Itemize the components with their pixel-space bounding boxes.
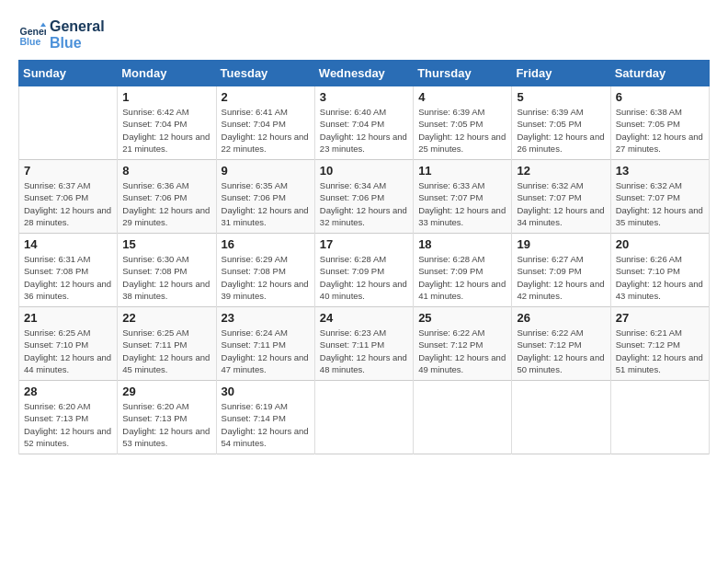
day-cell: 18Sunrise: 6:28 AMSunset: 7:09 PMDayligh… — [414, 234, 512, 307]
header-day-sunday: Sunday — [19, 61, 118, 86]
day-info: Sunrise: 6:36 AMSunset: 7:06 PMDaylight:… — [122, 179, 210, 228]
header-day-wednesday: Wednesday — [314, 61, 413, 86]
day-cell: 15Sunrise: 6:30 AMSunset: 7:08 PMDayligh… — [118, 234, 216, 307]
logo-icon: General Blue — [18, 21, 46, 49]
header-day-friday: Friday — [512, 61, 610, 86]
logo-general: General — [50, 18, 105, 34]
day-cell: 26Sunrise: 6:22 AMSunset: 7:12 PMDayligh… — [512, 307, 610, 381]
day-number: 13 — [616, 164, 704, 178]
svg-text:Blue: Blue — [20, 35, 41, 46]
day-info: Sunrise: 6:42 AMSunset: 7:04 PMDaylight:… — [122, 106, 210, 155]
day-number: 16 — [222, 237, 310, 251]
day-cell: 6Sunrise: 6:38 AMSunset: 7:05 PMDaylight… — [610, 86, 709, 160]
day-cell: 11Sunrise: 6:33 AMSunset: 7:07 PMDayligh… — [414, 160, 512, 234]
day-info: Sunrise: 6:37 AMSunset: 7:06 PMDaylight:… — [24, 179, 112, 228]
day-cell: 28Sunrise: 6:20 AMSunset: 7:13 PMDayligh… — [19, 381, 118, 454]
day-info: Sunrise: 6:35 AMSunset: 7:06 PMDaylight:… — [222, 179, 310, 228]
day-number: 3 — [320, 90, 408, 104]
day-number: 25 — [418, 311, 506, 325]
day-info: Sunrise: 6:39 AMSunset: 7:05 PMDaylight:… — [517, 106, 605, 155]
day-number: 1 — [122, 90, 210, 104]
day-info: Sunrise: 6:22 AMSunset: 7:12 PMDaylight:… — [517, 327, 605, 375]
day-cell — [314, 381, 413, 454]
calendar-header-row: SundayMondayTuesdayWednesdayThursdayFrid… — [19, 61, 710, 86]
day-cell: 2Sunrise: 6:41 AMSunset: 7:04 PMDaylight… — [216, 86, 314, 160]
day-info: Sunrise: 6:29 AMSunset: 7:08 PMDaylight:… — [222, 253, 310, 302]
day-number: 5 — [517, 90, 605, 104]
day-number: 29 — [122, 385, 210, 398]
day-cell — [19, 86, 118, 160]
day-cell: 24Sunrise: 6:23 AMSunset: 7:11 PMDayligh… — [314, 307, 413, 381]
day-cell: 23Sunrise: 6:24 AMSunset: 7:11 PMDayligh… — [216, 307, 314, 381]
day-cell: 30Sunrise: 6:19 AMSunset: 7:14 PMDayligh… — [216, 381, 314, 454]
logo-blue: Blue — [50, 35, 82, 51]
day-info: Sunrise: 6:28 AMSunset: 7:09 PMDaylight:… — [418, 253, 506, 302]
day-info: Sunrise: 6:34 AMSunset: 7:06 PMDaylight:… — [320, 179, 408, 228]
header-day-thursday: Thursday — [414, 61, 512, 86]
day-cell: 16Sunrise: 6:29 AMSunset: 7:08 PMDayligh… — [216, 234, 314, 307]
day-info: Sunrise: 6:31 AMSunset: 7:08 PMDaylight:… — [24, 253, 112, 302]
day-cell: 22Sunrise: 6:25 AMSunset: 7:11 PMDayligh… — [118, 307, 216, 381]
day-cell: 29Sunrise: 6:20 AMSunset: 7:13 PMDayligh… — [118, 381, 216, 454]
day-cell: 20Sunrise: 6:26 AMSunset: 7:10 PMDayligh… — [610, 234, 709, 307]
day-number: 10 — [320, 164, 408, 178]
day-number: 28 — [24, 385, 112, 398]
day-info: Sunrise: 6:40 AMSunset: 7:04 PMDaylight:… — [320, 106, 408, 155]
day-info: Sunrise: 6:38 AMSunset: 7:05 PMDaylight:… — [616, 106, 704, 155]
day-number: 24 — [320, 311, 408, 325]
day-cell: 14Sunrise: 6:31 AMSunset: 7:08 PMDayligh… — [19, 234, 118, 307]
day-number: 19 — [517, 237, 605, 251]
day-info: Sunrise: 6:22 AMSunset: 7:12 PMDaylight:… — [418, 327, 506, 375]
day-cell: 7Sunrise: 6:37 AMSunset: 7:06 PMDaylight… — [19, 160, 118, 234]
day-number: 7 — [24, 164, 112, 178]
day-number: 4 — [418, 90, 506, 104]
day-info: Sunrise: 6:30 AMSunset: 7:08 PMDaylight:… — [122, 253, 210, 302]
day-info: Sunrise: 6:19 AMSunset: 7:14 PMDaylight:… — [222, 400, 310, 449]
day-cell: 12Sunrise: 6:32 AMSunset: 7:07 PMDayligh… — [512, 160, 610, 234]
day-cell: 25Sunrise: 6:22 AMSunset: 7:12 PMDayligh… — [414, 307, 512, 381]
day-info: Sunrise: 6:24 AMSunset: 7:11 PMDaylight:… — [222, 327, 310, 375]
day-cell: 9Sunrise: 6:35 AMSunset: 7:06 PMDaylight… — [216, 160, 314, 234]
day-cell: 1Sunrise: 6:42 AMSunset: 7:04 PMDaylight… — [118, 86, 216, 160]
day-info: Sunrise: 6:20 AMSunset: 7:13 PMDaylight:… — [122, 400, 210, 449]
day-number: 15 — [122, 237, 210, 251]
header-day-tuesday: Tuesday — [216, 61, 314, 86]
day-number: 2 — [222, 90, 310, 104]
day-cell: 8Sunrise: 6:36 AMSunset: 7:06 PMDaylight… — [118, 160, 216, 234]
day-info: Sunrise: 6:20 AMSunset: 7:13 PMDaylight:… — [24, 400, 112, 449]
day-cell: 21Sunrise: 6:25 AMSunset: 7:10 PMDayligh… — [19, 307, 118, 381]
day-number: 23 — [222, 311, 310, 325]
day-info: Sunrise: 6:32 AMSunset: 7:07 PMDaylight:… — [616, 179, 704, 228]
week-row-5: 28Sunrise: 6:20 AMSunset: 7:13 PMDayligh… — [19, 381, 710, 454]
day-cell: 10Sunrise: 6:34 AMSunset: 7:06 PMDayligh… — [314, 160, 413, 234]
day-cell: 19Sunrise: 6:27 AMSunset: 7:09 PMDayligh… — [512, 234, 610, 307]
day-number: 22 — [122, 311, 210, 325]
day-number: 6 — [616, 90, 704, 104]
day-number: 27 — [616, 311, 704, 325]
day-cell — [610, 381, 709, 454]
day-cell: 5Sunrise: 6:39 AMSunset: 7:05 PMDaylight… — [512, 86, 610, 160]
day-number: 17 — [320, 237, 408, 251]
day-cell — [512, 381, 610, 454]
day-number: 18 — [418, 237, 506, 251]
day-number: 30 — [222, 385, 310, 398]
day-info: Sunrise: 6:33 AMSunset: 7:07 PMDaylight:… — [418, 179, 506, 228]
svg-marker-2 — [40, 22, 46, 27]
day-info: Sunrise: 6:21 AMSunset: 7:12 PMDaylight:… — [616, 327, 704, 375]
day-info: Sunrise: 6:39 AMSunset: 7:05 PMDaylight:… — [418, 106, 506, 155]
day-cell: 27Sunrise: 6:21 AMSunset: 7:12 PMDayligh… — [610, 307, 709, 381]
day-info: Sunrise: 6:27 AMSunset: 7:09 PMDaylight:… — [517, 253, 605, 302]
day-number: 20 — [616, 237, 704, 251]
day-number: 8 — [122, 164, 210, 178]
day-info: Sunrise: 6:28 AMSunset: 7:09 PMDaylight:… — [320, 253, 408, 302]
week-row-4: 21Sunrise: 6:25 AMSunset: 7:10 PMDayligh… — [19, 307, 710, 381]
day-info: Sunrise: 6:25 AMSunset: 7:10 PMDaylight:… — [24, 327, 112, 375]
day-number: 9 — [222, 164, 310, 178]
day-cell: 13Sunrise: 6:32 AMSunset: 7:07 PMDayligh… — [610, 160, 709, 234]
week-row-1: 1Sunrise: 6:42 AMSunset: 7:04 PMDaylight… — [19, 86, 710, 160]
day-number: 14 — [24, 237, 112, 251]
day-number: 21 — [24, 311, 112, 325]
header-day-monday: Monday — [118, 61, 216, 86]
day-info: Sunrise: 6:26 AMSunset: 7:10 PMDaylight:… — [616, 253, 704, 302]
day-cell: 3Sunrise: 6:40 AMSunset: 7:04 PMDaylight… — [314, 86, 413, 160]
